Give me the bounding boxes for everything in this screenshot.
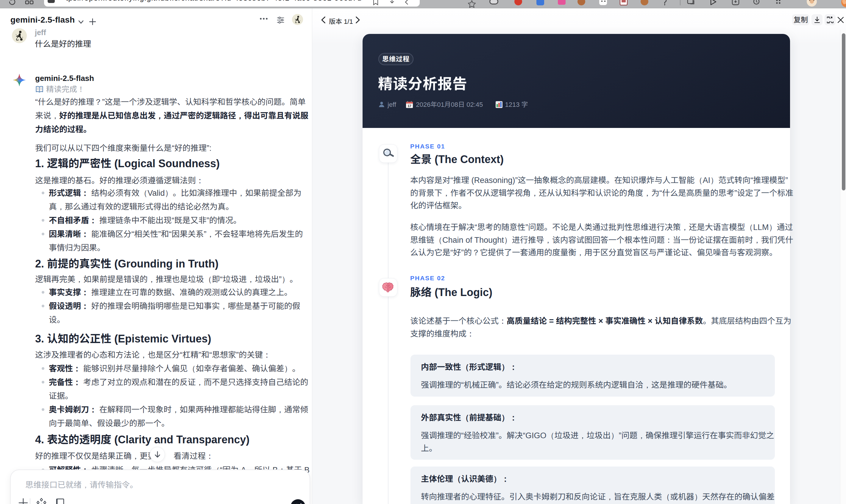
svg-text:17: 17	[408, 104, 411, 108]
